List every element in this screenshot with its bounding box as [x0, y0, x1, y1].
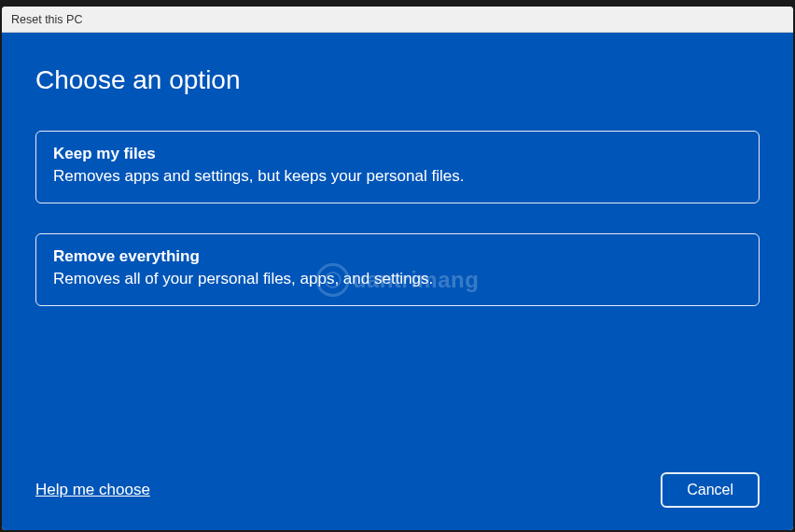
- keep-my-files-option[interactable]: Keep my files Removes apps and settings,…: [35, 131, 760, 203]
- page-heading: Choose an option: [35, 65, 760, 95]
- dialog-content: Choose an option Keep my files Removes a…: [2, 33, 793, 530]
- remove-everything-description: Removes all of your personal files, apps…: [53, 270, 742, 288]
- window-title: Reset this PC: [11, 13, 82, 26]
- remove-everything-option[interactable]: Remove everything Removes all of your pe…: [35, 233, 760, 306]
- keep-files-title: Keep my files: [53, 145, 742, 163]
- window-titlebar: Reset this PC: [2, 7, 793, 33]
- keep-files-description: Removes apps and settings, but keeps you…: [53, 167, 742, 186]
- remove-everything-title: Remove everything: [53, 247, 742, 266]
- help-me-choose-link[interactable]: Help me choose: [35, 481, 150, 499]
- cancel-button[interactable]: Cancel: [661, 472, 760, 508]
- dialog-footer: Help me choose Cancel: [35, 472, 760, 508]
- reset-pc-window: Reset this PC Choose an option Keep my f…: [2, 7, 793, 530]
